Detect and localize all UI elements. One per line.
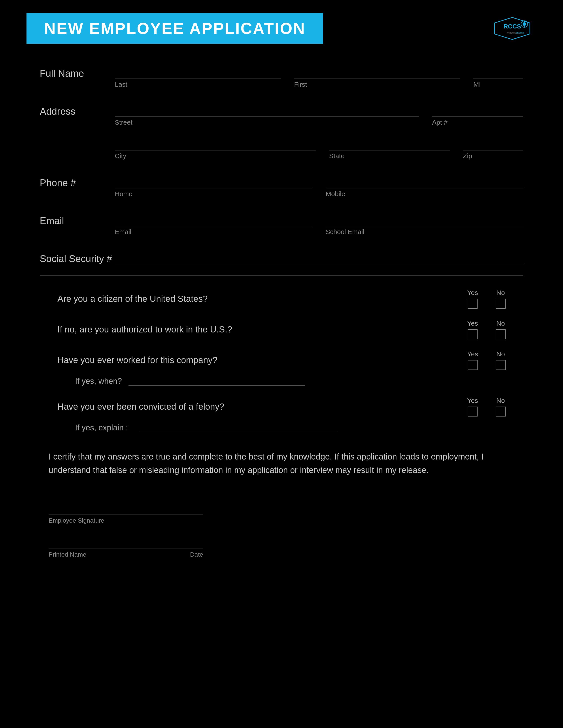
citizen-yes-label: Yes [467,289,478,296]
ssn-group: Social Security # [40,251,523,264]
authorized-yes-label: Yes [467,320,478,327]
worked-no-checkbox[interactable] [496,360,506,370]
city-row: City State Zip [115,137,523,160]
state-label: State [329,152,450,160]
mi-input[interactable] [473,66,523,79]
street-row: Street Apt # [115,104,523,126]
authorized-yes-col: Yes [467,320,478,339]
felony-explain-row: If yes, explain : [57,423,506,432]
mi-label: MI [473,81,523,88]
city-label: City [115,152,316,160]
printed-name-label: Printed Name [49,551,190,558]
authorized-yes-no: Yes No [467,320,506,339]
certification-section: I certify that my answers are true and c… [40,450,523,477]
email-inputs: Email School Email [115,213,523,240]
last-name-input[interactable] [115,66,281,79]
citizen-no-checkbox[interactable] [496,299,506,309]
felony-yes-checkbox[interactable] [468,407,478,417]
authorized-yes-checkbox[interactable] [468,329,478,339]
first-name-input[interactable] [294,66,460,79]
phone-inputs: Home Mobile [115,175,523,202]
state-input[interactable] [329,137,450,150]
employee-sig-group: Employee Signature [49,503,514,524]
citizen-no-col: No [496,289,506,309]
apt-input[interactable] [432,104,523,117]
citizen-no-label: No [496,289,505,296]
mobile-phone-input[interactable] [326,175,523,188]
worked-question-text: Have you ever worked for this company? [57,355,454,365]
citizen-yes-col: Yes [467,289,478,309]
zip-col: Zip [463,137,523,160]
felony-yes-no: Yes No [467,397,506,417]
email-input[interactable] [115,213,313,226]
phone-label: Phone # [40,175,115,188]
header: NEW EMPLOYEE APPLICATION RCCS responsibl… [0,0,563,53]
ssn-inputs [115,251,523,264]
email-group: Email Email School Email [40,213,523,240]
felony-question-row: Have you ever been convicted of a felony… [57,397,506,417]
phone-group: Phone # Home Mobile [40,175,523,202]
worked-yes-checkbox[interactable] [468,360,478,370]
school-email-col: School Email [326,213,523,236]
certification-text: I certify that my answers are true and c… [49,450,514,477]
school-email-input[interactable] [326,213,523,226]
zip-label: Zip [463,152,523,160]
citizen-yes-checkbox[interactable] [468,299,478,309]
page-title: NEW EMPLOYEE APPLICATION [44,19,306,38]
home-phone-label: Home [115,190,313,198]
ssn-label: Social Security # [40,251,115,264]
felony-explain-label: If yes, explain : [75,423,128,432]
apt-label: Apt # [432,119,523,126]
divider [40,275,523,276]
worked-when-label: If yes, when? [75,377,122,386]
authorized-no-label: No [496,320,505,327]
authorized-no-col: No [496,320,506,339]
printed-name-group: Printed Name Date [49,537,514,558]
felony-yes-col: Yes [467,397,478,417]
email-row: Email School Email [115,213,523,236]
employee-sig-line [49,503,203,514]
apt-col: Apt # [432,104,523,126]
mobile-phone-col: Mobile [326,175,523,198]
address-inputs: Street Apt # City State [115,104,523,164]
city-col: City [115,137,316,160]
felony-no-checkbox[interactable] [496,407,506,417]
street-col: Street [115,104,419,126]
full-name-row: Last First MI [115,66,523,88]
citizen-question-row: Are you a citizen of the United States? … [57,289,506,309]
mi-col: MI [473,66,523,88]
email-label: Email [40,213,115,226]
first-name-label: First [294,81,460,88]
city-input[interactable] [115,137,316,150]
form-content: Full Name Last First MI [0,53,563,589]
printed-labels: Printed Name Date [49,551,203,558]
felony-question-text: Have you ever been convicted of a felony… [57,402,454,412]
zip-input[interactable] [463,137,523,150]
svg-text:RCCS: RCCS [503,23,521,30]
ssn-input[interactable] [115,251,523,264]
worked-question-row: Have you ever worked for this company? Y… [57,350,506,370]
worked-yes-no: Yes No [467,350,506,370]
questions-section: Are you a citizen of the United States? … [40,289,523,432]
street-input[interactable] [115,104,419,117]
home-phone-input[interactable] [115,175,313,188]
address-group: Address Street Apt # City [40,104,523,164]
date-label: Date [190,551,203,558]
worked-yes-col: Yes [467,350,478,370]
signature-section: Employee Signature Printed Name Date [40,503,523,558]
logo-area: RCCS responsible students [488,15,537,42]
authorized-question-row: If no, are you authorized to work in the… [57,320,506,339]
email-col: Email [115,213,313,236]
felony-yes-label: Yes [467,397,478,404]
school-email-label: School Email [326,228,523,236]
printed-name-line [49,537,203,548]
worked-no-col: No [496,350,506,370]
full-name-inputs: Last First MI [115,66,523,93]
first-name-col: First [294,66,460,88]
address-label: Address [40,104,115,117]
authorized-no-checkbox[interactable] [496,329,506,339]
page: NEW EMPLOYEE APPLICATION RCCS responsibl… [0,0,563,728]
full-name-label: Full Name [40,66,115,79]
last-name-label: Last [115,81,281,88]
email-sub-label: Email [115,228,313,236]
